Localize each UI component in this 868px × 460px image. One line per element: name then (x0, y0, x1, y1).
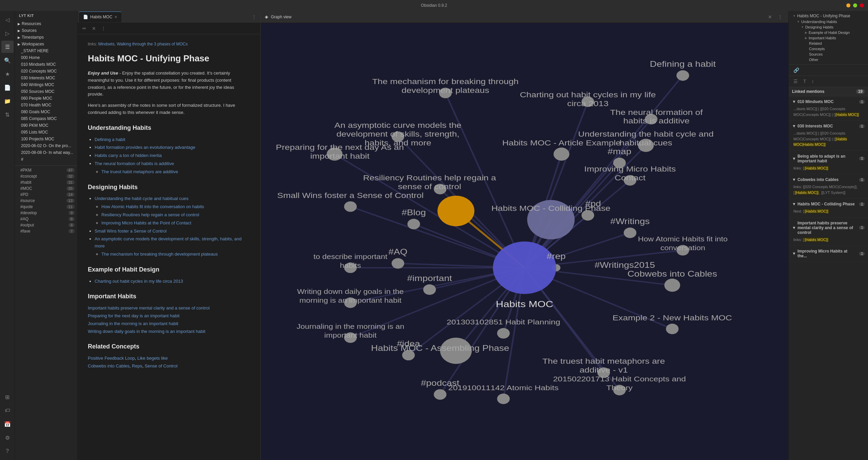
new-note-icon[interactable]: 📄 (1, 81, 14, 94)
link-resiliency[interactable]: Resiliency Routines help regain a sense … (101, 212, 199, 217)
outline-item-example[interactable]: ▶ Example of Habit Design (789, 30, 868, 35)
tag-pd[interactable]: #PD 14 (15, 192, 77, 198)
more-toolbar-button[interactable]: ⋮ (99, 24, 107, 33)
link-neural[interactable]: The neural formation of habits is additi… (95, 161, 174, 166)
sidebar-item-100[interactable]: 100 Projects MOC (16, 136, 77, 142)
tag-moc[interactable]: #MOC 25 (15, 185, 77, 192)
mention-highlight[interactable]: [Habits MOC]] (804, 238, 829, 242)
calendar-icon[interactable]: 📅 (1, 418, 14, 430)
sidebar-item-060[interactable]: 060 People MOC (16, 95, 77, 102)
question-icon[interactable]: ? (1, 445, 14, 457)
maximize-button[interactable] (853, 3, 857, 7)
link-mental-clarity[interactable]: Important habits preserve mental clarity… (88, 305, 210, 311)
settings-icon[interactable]: ⚙ (1, 432, 14, 444)
mention-title[interactable]: ▼ Important habits preserve mental clari… (789, 220, 868, 236)
sidebar-item-030[interactable]: 030 Interests MOC (16, 75, 77, 81)
link-sense-control[interactable]: Sense of Control (145, 363, 178, 368)
tag-habit[interactable]: #habit 31 (15, 179, 77, 185)
link-positive-feedback[interactable]: Positive Feedback Loop (88, 356, 135, 361)
sidebar-item-080[interactable]: 080 Goals MOC (16, 108, 77, 115)
outline-item-sources[interactable]: Sources (789, 52, 868, 57)
files-icon[interactable]: ☰ (1, 41, 14, 53)
mention-title[interactable]: ▼ Being able to adapt is an important ha… (789, 153, 868, 164)
sidebar-item-040[interactable]: 040 Writings MOC (16, 81, 77, 88)
mention-highlight[interactable]: [Habits MOC]] (835, 113, 860, 117)
sort-list-icon[interactable]: ☰ (792, 78, 799, 85)
link-writing-goals[interactable]: Writing down daily goals in the morning … (88, 329, 205, 334)
outline-item-understanding[interactable]: ▼ Understanding Habits (789, 19, 868, 24)
tag-concept[interactable]: #concept 32 (15, 173, 77, 179)
mention-title[interactable]: ▼ 030 Interests MOC 1 (789, 123, 868, 129)
link-like-begets[interactable]: Like begets like (137, 356, 168, 361)
mention-title[interactable]: ▼ Improving Micro Habits at the... 1 (789, 248, 868, 259)
sidebar-item-2020a[interactable]: 2020-06-02 O- On the pro... (16, 142, 77, 149)
sidebar-item-hash[interactable]: # (16, 156, 77, 163)
mention-title[interactable]: ▼ 010 Mindsets MOC 1 (789, 98, 868, 105)
link-small-wins[interactable]: Small Wins foster a Sense of Control (95, 228, 166, 234)
link-defining[interactable]: Defining a habit (95, 137, 125, 142)
tab-close-icon[interactable]: ✕ (114, 15, 117, 19)
tag-icon[interactable]: 🏷 (1, 404, 14, 417)
sidebar-item-085[interactable]: 085 Compass MOC (16, 115, 77, 122)
outline-item-important[interactable]: ▶ Important Habits (789, 35, 868, 41)
graph-close-icon[interactable]: ✕ (766, 13, 774, 21)
minimize-button[interactable] (846, 3, 850, 7)
sidebar-item-000[interactable]: 000 Home (16, 54, 77, 61)
link-reps[interactable]: Reps (132, 363, 142, 368)
tag-output[interactable]: #output 8 (15, 222, 77, 228)
outline-item-1[interactable]: ▼ Habits MOC - Unifying Phase (789, 13, 868, 19)
sidebar-group-workspaces[interactable]: ▶ Workspaces (15, 41, 77, 47)
sort-az-icon[interactable]: ↕ (810, 78, 815, 85)
sidebar-group-resources[interactable]: ▶ Resources (15, 20, 77, 27)
link-walking[interactable]: Walking through the 3 phases of MOCs (117, 42, 188, 46)
mention-highlight[interactable]: [Habits MOC]] (804, 209, 829, 213)
link-cobwebs[interactable]: Cobwebs into Cables (88, 363, 130, 368)
link-truest[interactable]: The truest habit metaphors are additive (101, 169, 178, 174)
sidebar-group-sources[interactable]: ▶ Sources (15, 27, 77, 34)
linked-mentions-header[interactable]: Linked mentions 19 (789, 87, 868, 96)
tag-fave[interactable]: #fave 7 (15, 228, 77, 234)
nav-forward-icon[interactable]: ▷ (1, 27, 14, 39)
sidebar-item-090[interactable]: 090 PKM MOC (16, 122, 77, 129)
link-icon[interactable]: 🔗 (792, 67, 801, 74)
tab-more-button[interactable]: ⋮ (249, 14, 259, 19)
mention-highlight[interactable]: [Habits MOC|Habits MOC]] (793, 137, 847, 147)
outline-item-related[interactable]: Related (789, 41, 868, 46)
tag-source[interactable]: #source 13 (15, 198, 77, 204)
mention-highlight[interactable]: [Habits MOC]] (804, 166, 829, 170)
sidebar-item-010[interactable]: 010 Mindsets MOC (16, 61, 77, 68)
close-toolbar-button[interactable]: ✕ (90, 24, 98, 33)
link-asymptotic[interactable]: An asymptotic curve models the developme… (95, 236, 242, 248)
plugin-icon[interactable]: ⊞ (1, 391, 14, 403)
graph-canvas[interactable]: ⚙ (261, 23, 788, 460)
link-journaling[interactable]: Journaling in the morning is an importan… (88, 321, 178, 326)
sidebar-group-timestamps[interactable]: ▶ Timestamps (15, 34, 77, 41)
outline-item-concepts[interactable]: Concepts (789, 46, 868, 52)
sidebar-item-050[interactable]: 050 Sources MOC (16, 88, 77, 95)
tag-develop[interactable]: #develop 9 (15, 210, 77, 216)
edit-button[interactable]: ✏ (80, 24, 88, 33)
link-micro[interactable]: Improving Micro Habits at the Point of C… (101, 220, 191, 225)
link-evolutionary[interactable]: Habit formation provides an evolutionary… (95, 145, 195, 150)
sidebar-item-start[interactable]: _START HERE (16, 47, 77, 54)
sort-icon[interactable]: ⇅ (1, 108, 14, 121)
text-icon[interactable]: T (802, 78, 808, 85)
outline-item-other[interactable]: Other (789, 57, 868, 62)
sidebar-item-070[interactable]: 070 Health MOC (16, 102, 77, 108)
link-mechanism[interactable]: The mechanism for breaking through devel… (101, 252, 218, 257)
close-button[interactable] (860, 3, 864, 7)
mention-title[interactable]: ▼ Habits MOC - Colliding Phase 1 (789, 201, 868, 207)
link-mindsets[interactable]: Mindsets (98, 42, 115, 46)
outline-item-designing[interactable]: ▼ Designing Habits (789, 24, 868, 30)
sidebar-item-2020b[interactable]: 2020-08-08 O- In what way... (16, 149, 77, 156)
link-inertia[interactable]: Habits carry a ton of hidden inertia (95, 153, 162, 158)
mention-highlight[interactable]: [Habits MOC]] (794, 191, 819, 195)
folder-icon[interactable]: 📁 (1, 95, 14, 107)
sidebar-item-020[interactable]: 020 Concepts MOC (16, 68, 77, 75)
search-icon[interactable]: 🔍 (1, 54, 14, 66)
link-charting[interactable]: Charting out habit cycles in my life cir… (95, 279, 183, 284)
link-habit-cycle[interactable]: Understanding the habit cycle and habitu… (95, 196, 189, 201)
tag-aq[interactable]: #AQ 8 (15, 216, 77, 222)
tag-quote[interactable]: #quote 11 (15, 204, 77, 210)
link-next-day[interactable]: Preparing for the next day is an importa… (88, 313, 179, 318)
